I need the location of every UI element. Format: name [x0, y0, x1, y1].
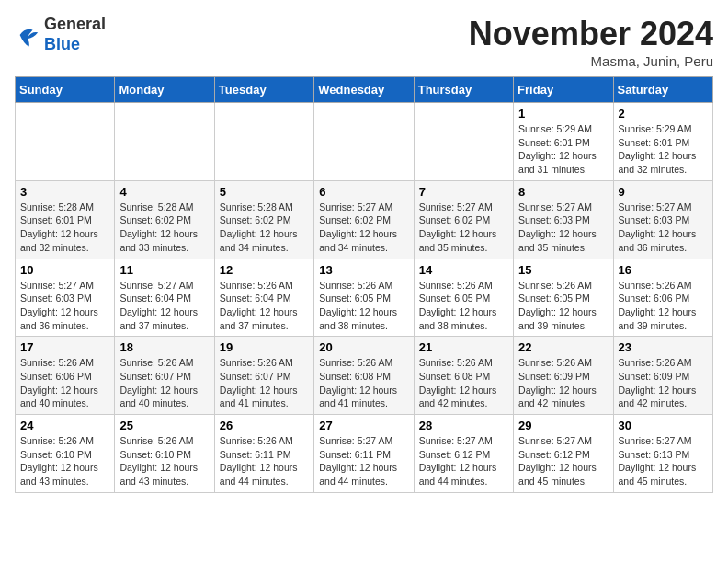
calendar-cell: 7Sunrise: 5:27 AM Sunset: 6:02 PM Daylig…	[414, 180, 513, 259]
calendar-cell: 13Sunrise: 5:26 AM Sunset: 6:05 PM Dayli…	[314, 259, 414, 337]
day-info: Sunrise: 5:29 AM Sunset: 6:01 PM Dayligh…	[619, 122, 708, 177]
calendar-header-thursday: Thursday	[414, 77, 513, 103]
day-info: Sunrise: 5:26 AM Sunset: 6:08 PM Dayligh…	[419, 356, 508, 410]
calendar-cell: 30Sunrise: 5:27 AM Sunset: 6:13 PM Dayli…	[613, 415, 712, 493]
logo-blue: Blue	[44, 35, 106, 55]
day-info: Sunrise: 5:27 AM Sunset: 6:03 PM Dayligh…	[518, 201, 608, 255]
day-number: 25	[119, 419, 209, 432]
day-number: 21	[419, 340, 508, 354]
day-number: 10	[20, 263, 109, 277]
calendar-week-1: 3Sunrise: 5:28 AM Sunset: 6:01 PM Daylig…	[16, 180, 713, 259]
day-info: Sunrise: 5:27 AM Sunset: 6:02 PM Dayligh…	[419, 201, 508, 255]
calendar-cell	[16, 103, 115, 181]
day-info: Sunrise: 5:29 AM Sunset: 6:01 PM Dayligh…	[518, 122, 608, 177]
day-info: Sunrise: 5:26 AM Sunset: 6:08 PM Dayligh…	[319, 356, 408, 410]
calendar-cell: 23Sunrise: 5:26 AM Sunset: 6:09 PM Dayli…	[613, 337, 712, 415]
day-info: Sunrise: 5:26 AM Sunset: 6:07 PM Dayligh…	[220, 356, 309, 410]
day-info: Sunrise: 5:28 AM Sunset: 6:01 PM Dayligh…	[20, 201, 109, 255]
calendar-week-0: 1Sunrise: 5:29 AM Sunset: 6:01 PM Daylig…	[16, 103, 713, 181]
day-info: Sunrise: 5:26 AM Sunset: 6:05 PM Dayligh…	[419, 279, 508, 333]
day-number: 6	[319, 185, 408, 199]
day-number: 2	[619, 107, 708, 121]
day-info: Sunrise: 5:26 AM Sunset: 6:10 PM Dayligh…	[119, 434, 209, 488]
calendar-cell	[314, 103, 414, 181]
day-info: Sunrise: 5:26 AM Sunset: 6:05 PM Dayligh…	[518, 279, 608, 333]
calendar-cell: 20Sunrise: 5:26 AM Sunset: 6:08 PM Dayli…	[314, 337, 414, 415]
logo-general: General	[44, 15, 106, 35]
day-number: 27	[319, 419, 408, 432]
calendar-cell: 21Sunrise: 5:26 AM Sunset: 6:08 PM Dayli…	[414, 337, 513, 415]
day-number: 24	[20, 419, 109, 432]
day-info: Sunrise: 5:28 AM Sunset: 6:02 PM Dayligh…	[220, 201, 309, 255]
calendar-cell	[115, 103, 214, 181]
calendar-cell: 19Sunrise: 5:26 AM Sunset: 6:07 PM Dayli…	[214, 337, 313, 415]
day-info: Sunrise: 5:26 AM Sunset: 6:09 PM Dayligh…	[518, 356, 608, 410]
day-info: Sunrise: 5:27 AM Sunset: 6:03 PM Dayligh…	[619, 201, 708, 255]
calendar-header-tuesday: Tuesday	[214, 77, 313, 103]
calendar-header-monday: Monday	[115, 77, 214, 103]
calendar-cell: 9Sunrise: 5:27 AM Sunset: 6:03 PM Daylig…	[613, 180, 712, 259]
day-number: 20	[319, 340, 408, 354]
day-number: 18	[119, 340, 209, 354]
day-number: 15	[518, 263, 608, 277]
calendar-week-4: 24Sunrise: 5:26 AM Sunset: 6:10 PM Dayli…	[16, 415, 713, 493]
day-number: 1	[518, 107, 608, 121]
calendar-cell: 28Sunrise: 5:27 AM Sunset: 6:12 PM Dayli…	[414, 415, 513, 493]
page-header: General Blue November 2024 Masma, Junin,…	[15, 15, 713, 69]
calendar-cell: 3Sunrise: 5:28 AM Sunset: 6:01 PM Daylig…	[16, 180, 115, 259]
calendar-cell: 8Sunrise: 5:27 AM Sunset: 6:03 PM Daylig…	[514, 180, 613, 259]
calendar-cell: 1Sunrise: 5:29 AM Sunset: 6:01 PM Daylig…	[514, 103, 613, 181]
day-info: Sunrise: 5:27 AM Sunset: 6:12 PM Dayligh…	[419, 434, 508, 488]
calendar-cell: 6Sunrise: 5:27 AM Sunset: 6:02 PM Daylig…	[314, 180, 414, 259]
day-number: 16	[619, 263, 708, 277]
day-number: 29	[518, 419, 608, 432]
day-info: Sunrise: 5:26 AM Sunset: 6:11 PM Dayligh…	[220, 434, 309, 488]
day-info: Sunrise: 5:27 AM Sunset: 6:13 PM Dayligh…	[619, 434, 708, 488]
month-title: November 2024	[469, 15, 713, 53]
day-info: Sunrise: 5:27 AM Sunset: 6:04 PM Dayligh…	[119, 279, 209, 333]
title-block: November 2024 Masma, Junin, Peru	[469, 15, 713, 69]
calendar-week-3: 17Sunrise: 5:26 AM Sunset: 6:06 PM Dayli…	[16, 337, 713, 415]
day-info: Sunrise: 5:26 AM Sunset: 6:04 PM Dayligh…	[220, 279, 309, 333]
calendar-cell: 18Sunrise: 5:26 AM Sunset: 6:07 PM Dayli…	[115, 337, 214, 415]
calendar-cell: 25Sunrise: 5:26 AM Sunset: 6:10 PM Dayli…	[115, 415, 214, 493]
day-info: Sunrise: 5:26 AM Sunset: 6:06 PM Dayligh…	[20, 356, 109, 410]
day-number: 8	[518, 185, 608, 199]
day-info: Sunrise: 5:26 AM Sunset: 6:09 PM Dayligh…	[619, 356, 708, 410]
day-info: Sunrise: 5:27 AM Sunset: 6:03 PM Dayligh…	[20, 279, 109, 333]
day-info: Sunrise: 5:26 AM Sunset: 6:07 PM Dayligh…	[119, 356, 209, 410]
calendar-header-saturday: Saturday	[613, 77, 712, 103]
day-number: 19	[220, 340, 309, 354]
calendar-cell: 12Sunrise: 5:26 AM Sunset: 6:04 PM Dayli…	[214, 259, 313, 337]
day-info: Sunrise: 5:27 AM Sunset: 6:11 PM Dayligh…	[319, 434, 408, 488]
calendar-cell: 27Sunrise: 5:27 AM Sunset: 6:11 PM Dayli…	[314, 415, 414, 493]
calendar-week-2: 10Sunrise: 5:27 AM Sunset: 6:03 PM Dayli…	[16, 259, 713, 337]
calendar-cell: 22Sunrise: 5:26 AM Sunset: 6:09 PM Dayli…	[514, 337, 613, 415]
calendar-header-row: SundayMondayTuesdayWednesdayThursdayFrid…	[16, 77, 713, 103]
day-number: 14	[419, 263, 508, 277]
day-number: 23	[619, 340, 708, 354]
calendar-cell	[414, 103, 513, 181]
day-number: 4	[119, 185, 209, 199]
calendar-cell: 16Sunrise: 5:26 AM Sunset: 6:06 PM Dayli…	[613, 259, 712, 337]
calendar-cell: 24Sunrise: 5:26 AM Sunset: 6:10 PM Dayli…	[16, 415, 115, 493]
day-number: 17	[20, 340, 109, 354]
calendar-header-wednesday: Wednesday	[314, 77, 414, 103]
day-number: 11	[119, 263, 209, 277]
day-number: 26	[220, 419, 309, 432]
day-info: Sunrise: 5:26 AM Sunset: 6:06 PM Dayligh…	[619, 279, 708, 333]
day-info: Sunrise: 5:27 AM Sunset: 6:02 PM Dayligh…	[319, 201, 408, 255]
calendar-cell: 2Sunrise: 5:29 AM Sunset: 6:01 PM Daylig…	[613, 103, 712, 181]
day-number: 13	[319, 263, 408, 277]
calendar-cell: 29Sunrise: 5:27 AM Sunset: 6:12 PM Dayli…	[514, 415, 613, 493]
day-info: Sunrise: 5:26 AM Sunset: 6:05 PM Dayligh…	[319, 279, 408, 333]
calendar-header-friday: Friday	[514, 77, 613, 103]
calendar-cell	[214, 103, 313, 181]
calendar-body: 1Sunrise: 5:29 AM Sunset: 6:01 PM Daylig…	[16, 103, 713, 493]
day-number: 22	[518, 340, 608, 354]
calendar-cell: 10Sunrise: 5:27 AM Sunset: 6:03 PM Dayli…	[16, 259, 115, 337]
day-number: 12	[220, 263, 309, 277]
day-info: Sunrise: 5:27 AM Sunset: 6:12 PM Dayligh…	[518, 434, 608, 488]
day-number: 30	[619, 419, 708, 432]
day-number: 28	[419, 419, 508, 432]
